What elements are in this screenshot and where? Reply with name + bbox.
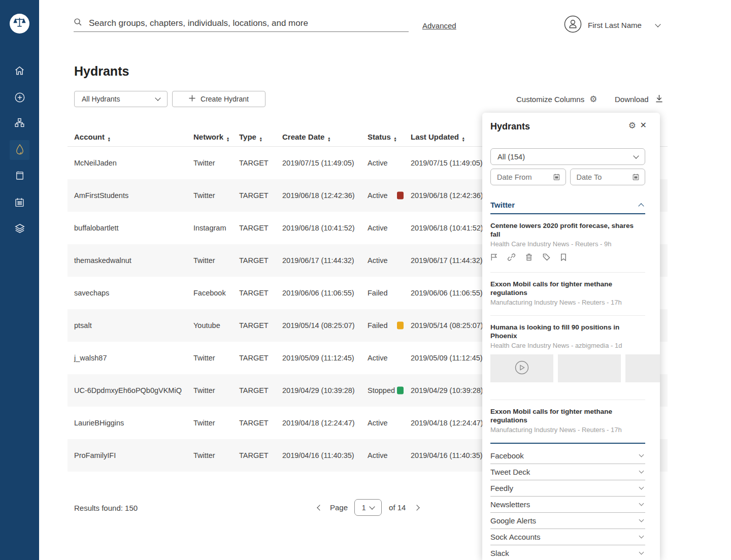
flag-icon[interactable] [490,253,497,263]
hydrant-filter-select[interactable]: All Hydrants [74,91,168,107]
cell-type: TARGET [239,224,269,232]
cell-status: Failed [368,289,388,297]
page-number-select[interactable]: 1 [354,499,382,516]
customize-columns-button[interactable]: Customize Columns ⚙ [516,95,597,104]
sort-icon: ▴▾ [260,137,262,142]
news-item-title[interactable]: Centene lowers 2020 profit forecase, sha… [490,221,645,239]
scales-logo-icon [13,16,26,31]
cell-status: Stopped [368,386,395,394]
pagination: Page 1 of 14 [315,499,422,516]
cell-create-date: 2019/05/09 (11:12:45) [282,354,354,362]
search-bar [74,15,409,32]
media-thumbnail[interactable] [558,354,621,382]
cell-network: Twitter [193,159,215,167]
sort-icon: ▴▾ [394,137,396,142]
app-logo[interactable] [10,14,29,34]
cell-type: TARGET [239,159,269,167]
panel-section-toggle[interactable]: Sock Accounts [490,529,645,545]
cell-network: Facebook [193,289,226,297]
cell-type: TARGET [239,419,269,427]
create-hydrant-button[interactable]: Create Hydrant [172,91,265,107]
column-header-status[interactable]: Status▴▾ [368,133,396,142]
panel-section-toggle[interactable]: Slack [490,545,645,560]
org-chart-icon [14,117,25,130]
create-hydrant-label: Create Hydrant [201,95,249,103]
tag-icon[interactable] [543,253,550,263]
cell-account: buffalobartlett [74,224,119,232]
media-thumbnail[interactable] [490,354,553,382]
media-thumbnail[interactable] [625,354,660,382]
advanced-search-link[interactable]: Advanced [422,21,456,30]
panel-section-toggle[interactable]: Tweet Deck [490,464,645,480]
news-item-title[interactable]: Exxon Mobil calls for tighter methane re… [490,280,645,297]
news-item-meta: Manufacturing Industry News - Reuters - … [490,426,645,434]
cell-network: Instagram [193,224,226,232]
column-header-network[interactable]: Network▴▾ [193,133,229,142]
link-icon[interactable] [508,253,515,263]
user-menu[interactable]: First Last Name [564,15,660,35]
news-item: Exxon Mobil calls for tighter methane re… [490,400,645,444]
close-icon[interactable]: ✕ [640,120,647,130]
panel-section-toggle[interactable]: Facebook [490,448,645,464]
download-button[interactable]: Download [615,94,663,104]
sidebar-item-home[interactable] [0,61,39,82]
avatar [564,15,582,35]
bookmark-icon[interactable] [560,253,567,263]
date-to-field[interactable] [570,169,646,185]
chevron-down-icon[interactable] [655,21,660,27]
panel-section-toggle[interactable]: Google Alerts [490,513,645,529]
cell-account: UC-6DpdmxyEh6oPQb0gVKMiQ [74,386,182,394]
cell-type: TARGET [239,191,269,200]
chevron-down-icon [639,485,644,490]
panel-settings-gear-icon[interactable]: ⚙ [628,121,636,130]
trash-icon[interactable] [525,253,533,263]
calendar-icon[interactable] [632,173,640,181]
cell-network: Twitter [193,386,215,394]
calendar-icon[interactable] [553,173,560,181]
cell-type: TARGET [239,354,269,362]
page-title: Hydrants [74,64,129,79]
panel-title: Hydrants [490,121,652,132]
status-badge [397,387,404,394]
cell-status: Failed [368,321,388,330]
home-icon [14,65,25,78]
layers-icon [14,223,25,236]
sidebar-item-add[interactable] [0,88,39,109]
panel-filter-select[interactable]: All (154) [490,148,645,165]
cell-create-date: 2019/06/18 (12:42:36) [282,191,355,200]
cell-type: TARGET [239,321,269,330]
chevron-down-icon [639,501,644,506]
column-header-last-updated[interactable]: Last Updated▴▾ [411,133,464,142]
news-item: Exxon Mobil calls for tighter methane re… [490,273,645,316]
cell-type: TARGET [239,289,269,297]
news-item-meta: Manufacturing Industry News - Reuters - … [490,299,645,306]
column-header-account[interactable]: Account▴▾ [74,133,110,142]
news-item: Humana is looking to fill 90 positions i… [490,316,645,400]
panel-section-toggle[interactable]: Newsletters [490,497,645,513]
next-page-button[interactable] [412,504,422,512]
date-from-input[interactable] [497,173,543,181]
twitter-section-toggle[interactable]: Twitter [490,201,645,214]
news-item-title[interactable]: Humana is looking to fill 90 positions i… [490,323,645,340]
sidebar-item-calendar[interactable] [0,193,39,213]
cell-account: AmFirstStudents [74,191,128,200]
sidebar-item-hydrants[interactable] [10,140,29,160]
date-to-input[interactable] [577,173,622,181]
date-from-field[interactable] [490,169,566,185]
prev-page-button[interactable] [315,504,325,512]
cell-status: Active [368,354,388,362]
column-header-create-date[interactable]: Create Date▴▾ [282,133,330,142]
download-label: Download [615,95,649,104]
chevron-down-icon [639,534,644,539]
sidebar-item-layers[interactable] [0,219,39,240]
column-header-type[interactable]: Type▴▾ [239,133,261,142]
panel-section-label: Facebook [490,451,524,460]
news-item-media [490,354,660,382]
cell-status: Active [368,224,388,232]
cell-type: TARGET [239,256,269,265]
sidebar-item-notebook[interactable] [0,166,39,186]
search-input[interactable] [89,18,409,28]
news-item-title[interactable]: Exxon Mobil calls for tighter methane re… [490,407,645,424]
panel-section-toggle[interactable]: Feedly [490,480,645,497]
sidebar-item-groups[interactable] [0,113,39,134]
